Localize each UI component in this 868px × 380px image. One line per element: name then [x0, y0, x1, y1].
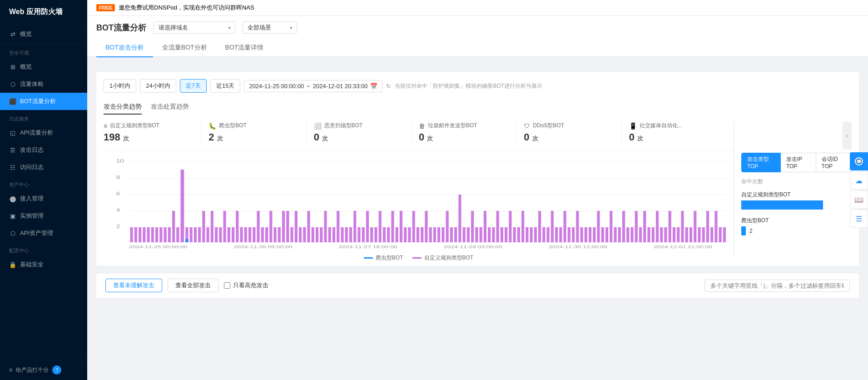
checkbox-high-risk[interactable]: 只看高危攻击 — [224, 281, 268, 290]
item-label: 实例管理 — [20, 212, 44, 220]
time-btn-15d[interactable]: 近15天 — [210, 79, 240, 93]
social-icon: 📱 — [629, 122, 637, 130]
custom-bot-icon: ≡ — [104, 122, 107, 130]
float-btn-menu[interactable]: ☰ — [850, 210, 868, 228]
api-icon: ◱ — [9, 129, 16, 136]
scene-select-wrapper: 全部场景 ▼ — [243, 21, 297, 34]
stat-label-scan: ⬜ 恶意扫描型BOT — [314, 122, 404, 130]
float-btn-chat[interactable]: 💬 — [850, 152, 868, 170]
stat-label-spam: 🗑 垃圾邮件发送型BOT — [419, 122, 509, 130]
sidebar-item-bot[interactable]: ⬛ BOT流量分析 — [0, 93, 87, 110]
svg-rect-92 — [441, 227, 444, 242]
svg-rect-18 — [134, 227, 137, 242]
sidebar-item-security[interactable]: 🔒 基础安全 — [0, 256, 87, 273]
svg-rect-62 — [316, 227, 318, 242]
svg-rect-25 — [164, 227, 167, 242]
svg-rect-81 — [396, 227, 398, 242]
svg-rect-52 — [273, 227, 276, 242]
menu-icon: ☰ — [856, 215, 862, 223]
top-tab-type[interactable]: 攻击类型TOP — [741, 153, 781, 172]
scene-select[interactable]: 全部场景 — [243, 21, 297, 34]
sidebar-item-api-analysis[interactable]: ◱ API流量分析 — [0, 124, 87, 141]
svg-rect-153 — [698, 227, 700, 242]
item-label: BOT流量分析 — [20, 97, 56, 105]
sidebar-switch[interactable]: ⇄ 概览 — [0, 25, 87, 44]
tab-all-bot[interactable]: 全流量BOT分析 — [153, 39, 216, 57]
float-btn-book[interactable]: 📖 — [850, 190, 868, 209]
svg-rect-75 — [370, 227, 373, 242]
svg-rect-59 — [303, 227, 306, 242]
footer-label: 给产品打个分 — [16, 366, 49, 374]
svg-rect-66 — [332, 227, 335, 242]
refresh-icon[interactable]: ↻ — [386, 83, 391, 90]
svg-rect-87 — [421, 227, 423, 242]
svg-rect-74 — [366, 211, 369, 242]
sidebar-item-access-log[interactable]: ☷ 访问日志 — [0, 159, 87, 176]
svg-rect-37 — [211, 211, 213, 242]
sidebar-item-connect[interactable]: ⬤ 接入管理 — [0, 190, 87, 207]
time-btn-24h[interactable]: 24小时内 — [140, 79, 176, 93]
panel-nav-next[interactable]: › — [843, 122, 852, 149]
range-separator: ~ — [307, 83, 310, 90]
svg-rect-77 — [379, 211, 382, 242]
svg-rect-125 — [580, 227, 583, 242]
svg-rect-157 — [714, 211, 717, 242]
svg-rect-28 — [176, 227, 179, 242]
svg-rect-102 — [484, 211, 486, 242]
stat-custom-bot: ≡ 自定义规则类型BOT 198 次 — [104, 122, 201, 143]
sidebar-item-traffic[interactable]: ⬡ 流量体检 — [0, 75, 87, 93]
svg-rect-54 — [282, 211, 285, 242]
svg-rect-43 — [236, 211, 238, 242]
btn-all[interactable]: 查看全部攻击 — [168, 279, 218, 292]
range-start: 2024-11-25 00:00:00 — [249, 83, 304, 90]
svg-text:2024-11-25 00:00:00: 2024-11-25 00:00:00 — [129, 245, 187, 249]
float-btn-cloud[interactable]: ☁ — [850, 171, 868, 190]
svg-rect-116 — [542, 227, 545, 242]
svg-rect-53 — [278, 227, 281, 242]
keyword-search-input[interactable] — [704, 280, 850, 292]
time-btn-7d[interactable]: 近7天 — [180, 79, 207, 93]
btn-unresolved[interactable]: 查看未缓解攻击 — [105, 279, 162, 292]
stat-label-ddos: 🛡 DDoS型BOT — [524, 122, 614, 130]
sidebar-item-instance[interactable]: ▣ 实例管理 — [0, 207, 87, 225]
time-range[interactable]: 2024-11-25 00:00:00 ~ 2024-12-01 20:33:0… — [244, 80, 382, 92]
svg-text:2024-11-27 18:00:00: 2024-11-27 18:00:00 — [339, 245, 397, 249]
svg-rect-158 — [719, 227, 722, 242]
tab-bot-attack[interactable]: BOT攻击分析 — [96, 39, 153, 57]
time-btn-1h[interactable]: 1小时内 — [104, 79, 136, 93]
svg-rect-55 — [286, 211, 289, 242]
instance-icon: ▣ — [9, 212, 16, 220]
high-risk-checkbox[interactable] — [224, 282, 230, 289]
svg-rect-147 — [673, 227, 675, 242]
sub-tab-handle[interactable]: 攻击处置趋势 — [151, 100, 189, 115]
top-tab-ip[interactable]: 攻击IP TOP — [781, 153, 816, 172]
svg-rect-42 — [232, 227, 234, 242]
svg-rect-33 — [194, 227, 197, 242]
domain-select[interactable]: 请选择域名 — [154, 21, 235, 34]
svg-rect-72 — [357, 227, 360, 242]
stat-label-crawler: 🐛 爬虫型BOT — [208, 122, 298, 130]
svg-rect-124 — [576, 211, 579, 242]
top-item-1-label: 自定义规则类型BOT — [741, 191, 852, 199]
svg-rect-104 — [492, 227, 495, 242]
tab-bot-detail[interactable]: BOT流量详情 — [216, 39, 273, 57]
top-tab-session[interactable]: 会话ID TOP — [816, 153, 852, 172]
sidebar-item-attack-log[interactable]: ☰ 攻击日志 — [0, 141, 87, 159]
svg-rect-155 — [706, 211, 709, 242]
sub-tab-classify[interactable]: 攻击分类趋势 — [104, 100, 142, 115]
crawler-icon: 🐛 — [208, 122, 216, 130]
stat-value-social: 0 次 — [629, 131, 719, 143]
switch-icon: ⇄ — [9, 30, 16, 38]
sidebar-item-overview[interactable]: ⊞ 概览 — [0, 58, 87, 75]
svg-rect-105 — [496, 211, 499, 242]
item-label: 流量体检 — [20, 80, 44, 88]
sidebar-footer[interactable]: ≡ 给产品打个分 ? — [0, 360, 87, 380]
svg-rect-89 — [429, 227, 432, 242]
stat-ddos-bot: 🛡 DDoS型BOT 0 次 — [524, 122, 621, 143]
sidebar-item-api-asset[interactable]: ⬡ API资产管理 — [0, 225, 87, 242]
stat-label-text: 爬虫型BOT — [219, 122, 247, 130]
svg-text:4: 4 — [116, 208, 120, 213]
svg-rect-73 — [362, 227, 365, 242]
time-hint: 当前仅对命中「防护规则集」模块的确凿BOT进行分析与展示 — [395, 82, 542, 90]
svg-rect-117 — [547, 227, 550, 242]
